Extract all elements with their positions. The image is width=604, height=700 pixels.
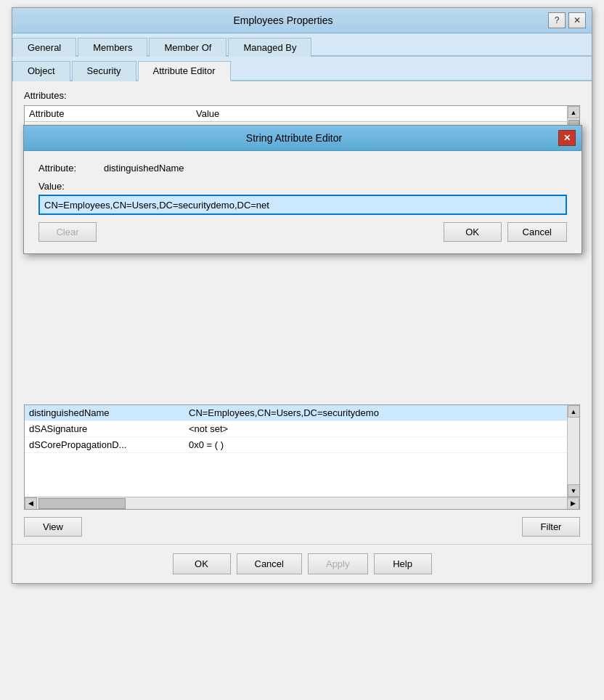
attribute-field-label: Attribute:: [38, 163, 104, 174]
string-editor-overlay: String Attribute Editor ✕ Attribute: dis…: [23, 125, 581, 254]
tab-security[interactable]: Security: [72, 61, 136, 81]
attr-table-header: Attribute Value: [25, 106, 567, 122]
window-body: Attributes: Attribute Value accountNameH…: [12, 81, 592, 583]
view-filter-buttons: View Filter: [24, 517, 580, 537]
lower-attr-value: CN=Employees,CN=Users,DC=securitydemo: [189, 407, 379, 418]
lower-attr-name: dSASignature: [29, 423, 189, 434]
ok-cancel-group: OK Cancel: [444, 222, 567, 242]
tabs-row-1: General Members Member Of Managed By: [12, 33, 592, 57]
lower-attr-value: 0x0 = ( ): [189, 439, 224, 450]
main-window-title: Employees Properties: [18, 15, 548, 26]
attribute-field-value: distinguishedName: [104, 163, 184, 174]
string-editor-content: Attribute: distinguishedName Value: Clea…: [24, 151, 581, 253]
value-label: Value:: [38, 181, 567, 192]
tab-object[interactable]: Object: [12, 61, 70, 81]
lower-attr-value: <not set>: [189, 423, 228, 434]
lower-rows: distinguishedName CN=Employees,CN=Users,…: [25, 405, 567, 497]
scroll-thumb-h[interactable]: [38, 498, 126, 509]
table-row[interactable]: distinguishedName CN=Employees,CN=Users,…: [25, 405, 567, 421]
value-input[interactable]: [38, 195, 567, 215]
main-help-button[interactable]: Help: [374, 553, 432, 574]
help-button[interactable]: ?: [548, 12, 566, 28]
lower-table-rows-wrap: distinguishedName CN=Employees,CN=Users,…: [25, 405, 579, 497]
title-bar: Employees Properties ? ✕: [12, 8, 592, 33]
editor-buttons: Clear OK Cancel: [38, 222, 567, 242]
lower-scroll-up[interactable]: ▲: [568, 405, 580, 418]
tabs-row-2: Object Security Attribute Editor: [12, 57, 592, 81]
lower-scrollbar-vertical[interactable]: ▲ ▼: [567, 405, 579, 497]
filter-button[interactable]: Filter: [522, 517, 580, 537]
close-button[interactable]: ✕: [568, 12, 586, 28]
string-editor-close-button[interactable]: ✕: [558, 130, 576, 146]
scroll-right-arrow[interactable]: ▶: [567, 497, 579, 510]
tab-member-of[interactable]: Member Of: [149, 38, 226, 57]
string-editor-title-bar: String Attribute Editor ✕: [24, 126, 581, 151]
title-bar-buttons: ? ✕: [548, 12, 586, 28]
main-window: Employees Properties ? ✕ General Members…: [12, 7, 592, 584]
table-row[interactable]: dSCorePropagationD... 0x0 = ( ): [25, 437, 567, 453]
clear-button[interactable]: Clear: [38, 222, 97, 242]
scroll-left-arrow[interactable]: ◀: [25, 497, 37, 510]
col-attribute: Attribute: [29, 108, 196, 119]
lower-attribute-table: distinguishedName CN=Employees,CN=Users,…: [24, 404, 580, 510]
string-editor-title: String Attribute Editor: [30, 132, 558, 144]
lower-scroll-down[interactable]: ▼: [568, 484, 580, 497]
main-apply-button[interactable]: Apply: [308, 553, 368, 574]
string-attribute-editor: String Attribute Editor ✕ Attribute: dis…: [23, 125, 582, 254]
table-row[interactable]: dSASignature <not set>: [25, 421, 567, 437]
main-cancel-button[interactable]: Cancel: [237, 553, 302, 574]
scrollbar-horizontal[interactable]: ◀ ▶: [25, 497, 579, 509]
tab-general[interactable]: General: [12, 38, 76, 57]
lower-table-section: distinguishedName CN=Employees,CN=Users,…: [12, 404, 592, 537]
scroll-up-arrow[interactable]: ▲: [568, 106, 580, 118]
attribute-line: Attribute: distinguishedName: [38, 163, 567, 174]
tab-managed-by[interactable]: Managed By: [228, 38, 311, 57]
cancel-button[interactable]: Cancel: [507, 222, 567, 242]
attributes-label: Attributes:: [24, 90, 580, 101]
lower-attr-name: dSCorePropagationD...: [29, 439, 189, 450]
col-value: Value: [196, 108, 219, 119]
ok-button[interactable]: OK: [444, 222, 502, 242]
bottom-buttons: OK Cancel Apply Help: [12, 544, 592, 583]
view-button[interactable]: View: [24, 517, 82, 537]
value-line: Value:: [38, 181, 567, 215]
lower-attr-name: distinguishedName: [29, 407, 189, 418]
main-ok-button[interactable]: OK: [173, 553, 231, 574]
tab-members[interactable]: Members: [78, 38, 147, 57]
tab-attribute-editor[interactable]: Attribute Editor: [138, 61, 231, 81]
